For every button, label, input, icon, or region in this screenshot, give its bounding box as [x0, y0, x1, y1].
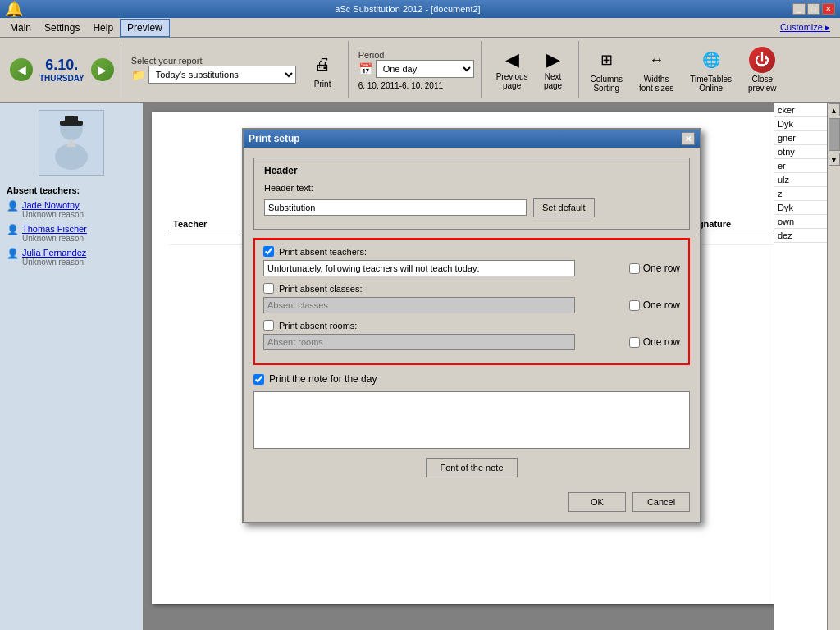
header-text-label: Header text:: [264, 183, 338, 193]
right-name-7: Dyk: [774, 201, 827, 215]
customize-link[interactable]: Customize ▸: [774, 21, 837, 34]
close-button[interactable]: ✕: [822, 3, 835, 15]
period-date: 6. 10. 2011-6. 10. 2011: [358, 81, 474, 90]
absent-rooms-input-row: One row: [263, 334, 680, 350]
teacher-info-2: Thomas Fischer Unknown reason: [22, 224, 87, 243]
ok-button[interactable]: OK: [568, 492, 626, 512]
absent-classes-one-row: One row: [629, 299, 680, 311]
teacher-name-1: Jade Nowotny: [22, 200, 84, 210]
teacher-name-3: Julia Fernandez: [22, 248, 86, 258]
prev-day-button[interactable]: ◀: [10, 58, 33, 81]
select-report-label: Select your report: [131, 56, 296, 66]
right-name-8: own: [774, 215, 827, 229]
print-absent-classes-row: Print absent classes:: [263, 283, 680, 294]
header-group-title: Header: [264, 165, 679, 176]
right-name-9: dez: [774, 229, 827, 243]
print-absent-classes-checkbox[interactable]: [263, 283, 274, 294]
vertical-scrollbar[interactable]: ▲ ▼: [827, 103, 840, 630]
absent-classes-one-row-checkbox[interactable]: [629, 300, 640, 311]
print-button[interactable]: 🖨 Print: [304, 48, 341, 92]
close-preview-button[interactable]: ⏻ Closepreview: [743, 43, 781, 96]
print-note-row: Print the note for the day: [253, 373, 690, 385]
restore-button[interactable]: □: [807, 3, 820, 15]
print-absent-classes-label: Print absent classes:: [279, 284, 363, 294]
svg-rect-2: [65, 116, 78, 122]
absent-teacher-3[interactable]: 👤 Julia Fernandez Unknown reason: [7, 248, 136, 267]
right-name-1: Dyk: [774, 117, 827, 131]
columns-label: ColumnsSorting: [591, 75, 623, 93]
document-area: Substitution Thursday 6. October 2011 Un…: [144, 103, 774, 630]
font-note-row: Font of the note: [253, 458, 690, 477]
absent-teachers-one-row-checkbox[interactable]: [629, 263, 640, 274]
absent-rooms-input: [263, 334, 575, 350]
print-absent-teachers-checkbox[interactable]: [263, 246, 274, 257]
minimize-button[interactable]: _: [792, 3, 806, 15]
teacher-icon-2: 👤: [7, 224, 19, 235]
report-dropdown-row: 📁 Today's substitutions: [131, 66, 296, 84]
dialog-body: Header Header text: Set default: [244, 148, 700, 487]
print-note-label: Print the note for the day: [269, 373, 377, 385]
widths-button[interactable]: ↔ Widthsfont sizes: [634, 43, 678, 96]
columns-sorting-button[interactable]: ⊞ ColumnsSorting: [586, 43, 628, 96]
teacher-name-2: Thomas Fischer: [22, 224, 87, 234]
print-label: Print: [314, 80, 331, 89]
absent-classes-one-row-label: One row: [643, 299, 680, 311]
absent-teachers-input-row: One row: [263, 260, 680, 276]
header-text-input[interactable]: [264, 199, 527, 216]
avatar: [39, 110, 104, 176]
right-name-6: z: [774, 187, 827, 201]
close-preview-icon: ⏻: [749, 47, 775, 73]
dialog-footer: OK Cancel: [244, 487, 700, 522]
period-select[interactable]: One day: [376, 60, 474, 78]
prev-page-label: Previouspage: [496, 72, 528, 90]
menu-main[interactable]: Main: [3, 20, 38, 36]
menu-settings[interactable]: Settings: [38, 20, 86, 36]
right-name-2: gner: [774, 131, 827, 145]
print-absent-rooms-checkbox[interactable]: [263, 320, 274, 331]
teacher-info-3: Julia Fernandez Unknown reason: [22, 248, 86, 267]
print-note-checkbox[interactable]: [253, 374, 264, 385]
right-name-3: otny: [774, 145, 827, 159]
absent-classes-input: [263, 297, 575, 313]
print-absent-teachers-row: Print absent teachers:: [263, 246, 680, 257]
absent-teacher-2[interactable]: 👤 Thomas Fischer Unknown reason: [7, 224, 136, 243]
widths-label: Widthsfont sizes: [639, 75, 673, 93]
set-default-button[interactable]: Set default: [533, 198, 595, 217]
timetables-label: TimeTablesOnline: [690, 75, 732, 93]
print-absent-rooms-row: Print absent rooms:: [263, 320, 680, 331]
right-name-4: er: [774, 159, 827, 173]
main-area: Absent teachers: 👤 Jade Nowotny Unknown …: [0, 103, 840, 630]
absent-rooms-one-row-checkbox[interactable]: [629, 337, 640, 348]
period-label: Period: [358, 50, 474, 60]
next-day-button[interactable]: ▶: [91, 58, 114, 81]
teacher-reason-3: Unknown reason: [22, 258, 86, 267]
document: Substitution Thursday 6. October 2011 Un…: [152, 112, 774, 604]
font-note-button[interactable]: Font of the note: [426, 458, 517, 477]
next-page-button[interactable]: ▶ Nextpage: [535, 46, 572, 94]
dialog-titlebar: Print setup ✕: [244, 130, 700, 148]
report-select[interactable]: Today's substitutions: [148, 66, 296, 84]
period-dropdown-row: 📅 One day: [358, 60, 474, 78]
absent-teachers-one-row: One row: [629, 262, 680, 274]
select-report-group: Select your report 📁 Today's substitutio…: [128, 41, 349, 98]
absent-teachers-input[interactable]: [263, 260, 575, 276]
prev-page-button[interactable]: ◀ Previouspage: [491, 46, 533, 94]
next-page-icon: ▶: [546, 49, 560, 71]
menu-help[interactable]: Help: [86, 20, 120, 36]
timetables-button[interactable]: 🌐 TimeTablesOnline: [685, 43, 737, 96]
absent-classes-input-row: One row: [263, 297, 680, 313]
cancel-button[interactable]: Cancel: [632, 492, 690, 512]
svg-point-3: [55, 144, 88, 170]
note-textarea[interactable]: [253, 391, 690, 449]
absent-teachers-one-row-label: One row: [643, 262, 680, 274]
app-logo: 🔔: [5, 0, 23, 18]
teacher-icon-3: 👤: [7, 248, 19, 259]
absent-teacher-1[interactable]: 👤 Jade Nowotny Unknown reason: [7, 200, 136, 219]
timetables-icon: 🌐: [698, 47, 724, 73]
menu-preview[interactable]: Preview: [120, 19, 170, 37]
right-name-5: ulz: [774, 173, 827, 187]
dialog-close-button[interactable]: ✕: [682, 132, 695, 145]
date-dayname: THURSDAY: [39, 74, 84, 83]
header-text-row: Header text:: [264, 183, 679, 193]
widths-icon: ↔: [643, 47, 669, 73]
